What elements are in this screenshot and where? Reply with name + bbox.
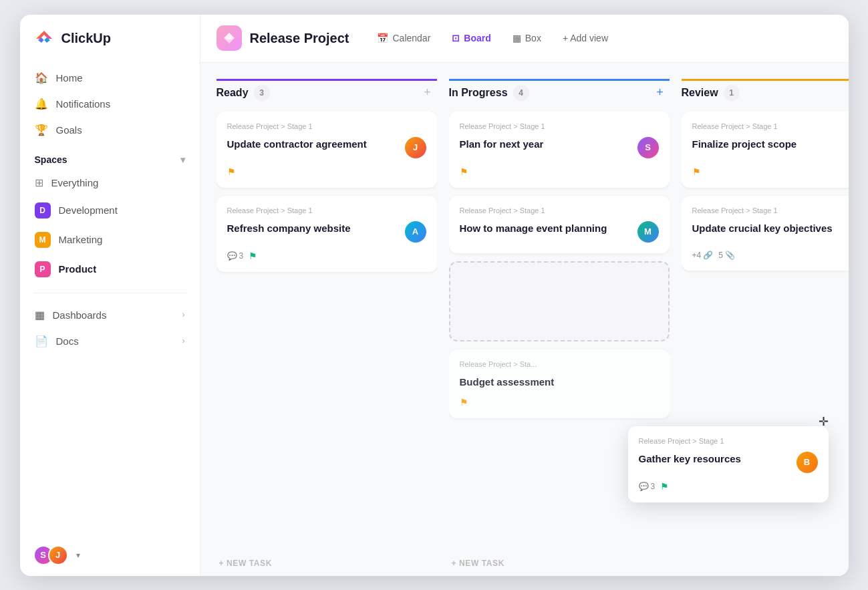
box-icon: ▦	[513, 33, 521, 43]
sidebar-item-everything[interactable]: ⊞ Everything	[27, 170, 193, 195]
sidebar-footer: S J ▾	[20, 535, 200, 576]
chevron-right-icon: ›	[182, 336, 185, 345]
sidebar-item-docs[interactable]: 📄 Docs ›	[27, 329, 193, 353]
view-board-btn[interactable]: ⊡ Board	[442, 28, 500, 48]
card-title: How to manage event planning	[460, 221, 632, 235]
attachment-badge: 5 📎	[718, 251, 735, 260]
floating-card-meta: Release Project > Stage 1	[639, 437, 818, 445]
sidebar-item-goals[interactable]: 🏆 Goals	[27, 118, 193, 142]
space-label: Development	[59, 204, 118, 216]
sidebar-item-product[interactable]: P Product	[27, 255, 193, 283]
task-card[interactable]: Release Project > Stage 1 Update crucial…	[682, 196, 849, 271]
card-meta: Release Project > Stage 1	[692, 122, 849, 130]
floating-card-header: Gather key resources B	[639, 452, 818, 473]
column-count-review: 1	[724, 85, 740, 101]
card-header: Plan for next year S	[460, 137, 659, 158]
new-task-btn-in-progress[interactable]: + NEW TASK	[449, 551, 670, 576]
flag-icon: ⚑	[460, 166, 468, 177]
column-header-in-progress: In Progress 4 +	[449, 79, 670, 112]
home-icon: 🏠	[35, 71, 48, 84]
card-meta: Release Project > Sta...	[460, 360, 659, 368]
user-avatars: S J	[33, 545, 68, 565]
sidebar-item-label: Dashboards	[53, 309, 107, 321]
logo-area: ClickUp	[20, 28, 200, 65]
card-footer: 💬 3 ⚑	[227, 251, 426, 261]
card-meta: Release Project > Stage 1	[227, 122, 426, 130]
product-space-icon: P	[35, 261, 51, 277]
card-header: Finalize project scope K	[692, 137, 849, 158]
add-view-btn[interactable]: + Add view	[553, 28, 617, 48]
add-card-btn-in-progress[interactable]: +	[651, 84, 670, 102]
development-space-icon: D	[35, 202, 51, 218]
column-header-ready: Ready 3 +	[216, 79, 437, 112]
view-calendar-btn[interactable]: 📅 Calendar	[368, 28, 440, 48]
board-area: Ready 3 + Release Project > Stage 1 Upda…	[200, 63, 849, 576]
sidebar-item-home[interactable]: 🏠 Home	[27, 65, 193, 90]
sidebar-item-development[interactable]: D Development	[27, 196, 193, 225]
view-box-btn[interactable]: ▦ Box	[503, 28, 551, 48]
flag-icon: ⚑	[460, 397, 468, 408]
comment-icon: 💬	[639, 482, 649, 491]
card-title: Update crucial key objectives	[692, 221, 849, 235]
card-title: Update contractor agreement	[227, 137, 400, 151]
card-header: Budget assessment	[460, 375, 659, 389]
comment-badge: 💬 3	[639, 482, 656, 491]
sidebar-item-label: Home	[56, 72, 83, 84]
flag-icon: ⚑	[227, 166, 236, 177]
avatar: A	[405, 221, 426, 243]
docs-icon: 📄	[35, 335, 48, 347]
add-card-btn-ready[interactable]: +	[418, 84, 437, 102]
flag-icon: ⚑	[692, 166, 701, 177]
card-header: Update crucial key objectives L	[692, 221, 849, 243]
sidebar-item-dashboards[interactable]: ▦ Dashboards ›	[27, 303, 193, 327]
card-footer: ⚑	[460, 166, 659, 177]
calendar-icon: 📅	[377, 33, 388, 43]
card-meta: Release Project > Stage 1	[460, 206, 659, 214]
ready-cards: Release Project > Stage 1 Update contrac…	[216, 112, 437, 551]
sidebar-item-notifications[interactable]: 🔔 Notifications	[27, 92, 193, 116]
space-label: Marketing	[59, 234, 103, 245]
move-icon: ✛	[819, 414, 829, 429]
avatar: S	[637, 137, 659, 158]
chevron-right-icon: ›	[182, 310, 185, 319]
card-meta: Release Project > Stage 1	[692, 206, 849, 214]
extra-count-badge: +4 🔗	[692, 251, 714, 260]
task-card[interactable]: Release Project > Stage 1 How to manage …	[449, 196, 670, 253]
bell-icon: 🔔	[35, 98, 48, 110]
task-card[interactable]: Release Project > Stage 1 Update contrac…	[216, 112, 437, 188]
card-footer: +4 🔗 5 📎	[692, 251, 849, 260]
space-label: Product	[59, 263, 97, 275]
sidebar-divider	[33, 293, 186, 293]
grid-icon: ⊞	[35, 176, 43, 189]
card-footer: ⚑	[227, 166, 426, 177]
task-card[interactable]: Release Project > Sta... Budget assessme…	[449, 349, 670, 418]
app-window: ClickUp 🏠 Home 🔔 Notifications 🏆 Goals S…	[20, 15, 849, 576]
column-header-review: Review 1 +	[682, 79, 849, 112]
project-icon	[216, 25, 242, 51]
sidebar: ClickUp 🏠 Home 🔔 Notifications 🏆 Goals S…	[20, 15, 200, 576]
floating-card-title: Gather key resources	[639, 452, 791, 466]
sidebar-item-marketing[interactable]: M Marketing	[27, 226, 193, 254]
card-meta: Release Project > Stage 1	[460, 122, 659, 130]
task-card[interactable]: Release Project > Stage 1 Refresh compan…	[216, 196, 437, 272]
card-footer: ⚑	[692, 166, 849, 177]
new-task-btn-ready[interactable]: + NEW TASK	[216, 551, 437, 576]
app-name: ClickUp	[61, 31, 111, 46]
card-header: How to manage event planning M	[460, 221, 659, 243]
comment-count: 3	[239, 251, 244, 261]
flag-icon: ⚑	[249, 251, 257, 261]
main-nav: 🏠 Home 🔔 Notifications 🏆 Goals	[20, 65, 200, 142]
column-count-in-progress: 4	[513, 85, 529, 101]
task-card[interactable]: Release Project > Stage 1 Finalize proje…	[682, 112, 849, 188]
sidebar-item-label: Goals	[56, 124, 82, 136]
chevron-down-icon[interactable]: ▾	[180, 154, 185, 165]
comment-count: 3	[651, 482, 656, 491]
paperclip-icon: 🔗	[703, 251, 713, 260]
card-title: Plan for next year	[460, 137, 632, 151]
footer-dropdown-icon[interactable]: ▾	[76, 551, 80, 560]
card-header: Update contractor agreement J	[227, 137, 426, 158]
card-meta: Release Project > Stage 1	[227, 206, 426, 214]
spaces-list: ⊞ Everything D Development M Marketing P…	[20, 170, 200, 283]
task-card[interactable]: Release Project > Stage 1 Plan for next …	[449, 112, 670, 188]
board-icon: ⊡	[452, 33, 460, 43]
